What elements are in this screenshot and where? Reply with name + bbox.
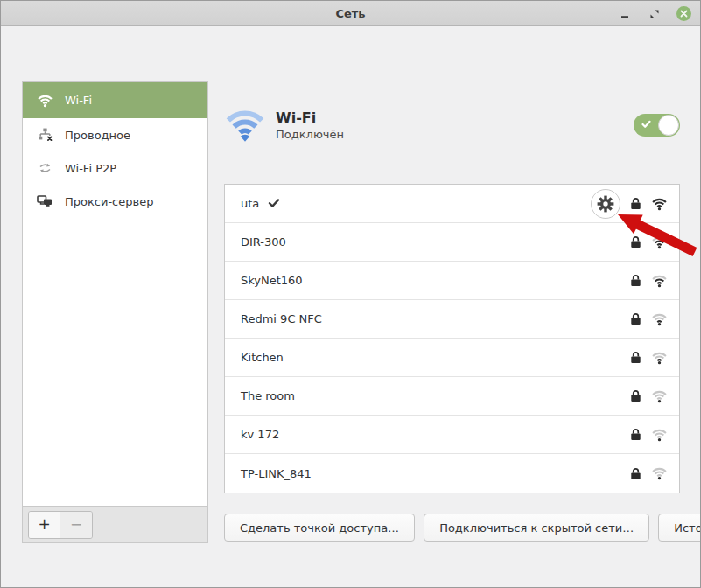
toggle-knob xyxy=(658,115,679,136)
network-name: SkyNet160 xyxy=(241,274,303,287)
lock-icon xyxy=(630,389,641,402)
wifi-signal-icon xyxy=(651,312,668,326)
hotspot-button[interactable]: Сделать точкой доступа… xyxy=(224,514,415,542)
titlebar: Сеть xyxy=(1,1,700,26)
toggle-check-icon xyxy=(641,120,651,129)
window-title: Сеть xyxy=(1,1,700,26)
network-row[interactable]: Redmi 9C NFC xyxy=(225,300,679,339)
lock-icon xyxy=(630,467,641,480)
network-settings-window: Сеть Wi-Fi xyxy=(0,0,701,588)
add-connection-button[interactable]: + xyxy=(29,512,60,538)
connection-status: Подключён xyxy=(276,128,344,141)
network-name: Kitchen xyxy=(241,351,284,364)
sidebar-item-wifi[interactable]: Wi-Fi xyxy=(23,82,207,118)
network-row[interactable]: SkyNet160 xyxy=(225,262,679,300)
hidden-network-button[interactable]: Подключиться к скрытой сети… xyxy=(424,514,649,542)
wifi-signal-icon xyxy=(651,428,668,442)
network-row[interactable]: uta xyxy=(225,185,679,223)
footer-actions: Сделать точкой доступа… Подключиться к с… xyxy=(224,514,680,542)
wired-disconnected-icon xyxy=(36,128,53,142)
history-button[interactable]: История xyxy=(658,514,701,542)
wifi-icon xyxy=(36,94,53,108)
sidebar-item-label: Проводное xyxy=(65,129,130,142)
sidebar-item-label: Прокси-сервер xyxy=(65,195,153,208)
minimize-icon xyxy=(620,9,630,19)
network-list: uta xyxy=(224,184,680,494)
wifi-signal-icon xyxy=(651,274,668,288)
sidebar-item-proxy[interactable]: Прокси-сервер xyxy=(23,185,207,218)
network-name: TP-LINK_841 xyxy=(241,467,312,480)
proxy-monitors-icon xyxy=(36,195,53,208)
wifi-signal-icon xyxy=(651,235,668,249)
lock-icon xyxy=(630,274,641,287)
sidebar-item-wifi-p2p[interactable]: Wi-Fi P2P xyxy=(23,151,207,185)
restore-icon xyxy=(649,9,660,19)
sidebar-toolbar: + − xyxy=(23,506,207,542)
network-row[interactable]: The room xyxy=(225,377,679,416)
close-button[interactable] xyxy=(676,6,691,21)
network-name: kv 172 xyxy=(241,428,279,441)
wifi-signal-icon xyxy=(651,389,668,403)
lock-icon xyxy=(630,428,641,441)
wifi-signal-icon xyxy=(651,466,668,480)
panel-title: Wi-Fi xyxy=(276,109,344,126)
minimize-button[interactable] xyxy=(617,6,633,22)
maximize-button[interactable] xyxy=(647,6,662,22)
sidebar-item-wired[interactable]: Проводное xyxy=(23,118,207,151)
network-row[interactable]: kv 172 xyxy=(225,416,679,454)
settings-gear-button[interactable] xyxy=(591,189,620,219)
close-icon xyxy=(680,10,688,18)
network-row[interactable]: Kitchen xyxy=(225,339,679,377)
lock-icon xyxy=(630,351,641,364)
network-name: Redmi 9C NFC xyxy=(241,312,322,326)
network-name: uta xyxy=(241,197,259,210)
p2p-arrows-icon xyxy=(36,162,53,174)
network-row[interactable]: DIR-300 xyxy=(225,223,679,262)
network-name: The room xyxy=(241,389,295,402)
sidebar-item-label: Wi-Fi P2P xyxy=(65,162,116,175)
wifi-signal-icon xyxy=(651,197,668,211)
remove-connection-button[interactable]: − xyxy=(60,512,92,538)
wifi-status-icon xyxy=(224,107,266,144)
sidebar-item-label: Wi-Fi xyxy=(65,94,92,107)
lock-icon xyxy=(630,197,641,210)
wifi-signal-icon xyxy=(651,351,668,365)
network-name: DIR-300 xyxy=(241,235,286,248)
gear-icon xyxy=(597,195,614,213)
sidebar: Wi-Fi Проводное Wi-Fi P2P Прокси-сервер xyxy=(22,81,208,543)
lock-icon xyxy=(630,235,641,248)
lock-icon xyxy=(630,312,641,326)
wifi-toggle-switch[interactable] xyxy=(634,114,680,136)
network-row[interactable]: TP-LINK_841 xyxy=(225,454,679,493)
wifi-header: Wi-Fi Подключён xyxy=(224,102,680,148)
connected-check-icon xyxy=(268,199,280,208)
